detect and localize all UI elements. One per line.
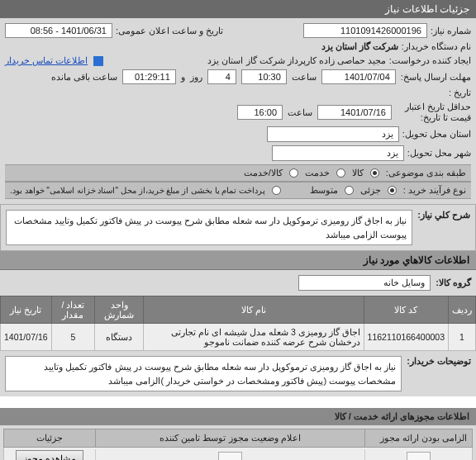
header-title: جزئیات اطلاعات نیاز: [385, 3, 469, 15]
cell-unit: دستگاه: [95, 324, 144, 351]
cat-label: طبقه بندی موضوعی:: [386, 168, 466, 178]
contact-icon: [93, 56, 103, 66]
th-code: کد کالا: [364, 296, 448, 324]
opt-service: خدمت: [305, 168, 330, 178]
send-deadline-label: مهلت ارسال پاسخ:: [401, 72, 471, 83]
desc-label: شرح کلي نیاز:: [412, 210, 470, 245]
min-valid-time: 16:00: [237, 105, 283, 120]
th-idx: ردیف: [449, 296, 476, 324]
pay-note: پرداخت تمام یا بخشی از مبلغ خرید،از محل …: [10, 186, 265, 195]
opt-partial: جزئی: [360, 185, 381, 196]
radio-goods[interactable]: [370, 168, 379, 178]
cell-qty: 5: [51, 324, 95, 351]
announce-value: 1401/06/31 - 08:56: [5, 23, 112, 38]
min-valid-label: حداقل تاریخ اعتبار قیمت تا تاریخ:: [397, 102, 471, 123]
cell-date: 1401/07/16: [1, 324, 52, 351]
history-label: تاریخ :: [449, 88, 471, 98]
radio-goods-service[interactable]: [289, 168, 298, 178]
permit-required-value: --: [407, 452, 431, 461]
permit-required-label: الزامی بودن ارائه مجوز: [364, 429, 472, 447]
goods-section-title: اطلاعات کالاهاي مورد نیاز: [0, 251, 476, 270]
cell-idx: 1: [449, 324, 476, 351]
radio-medium[interactable]: [345, 186, 354, 195]
days-value: 4: [207, 69, 236, 84]
deliver-loc-value: یزد: [267, 126, 399, 142]
deliver-city-label: شهر محل تحویل:: [407, 148, 471, 159]
min-valid-date: 1401/07/16: [317, 105, 392, 120]
buyer-org-value: شرکت گاز استان یزد: [321, 41, 398, 52]
time-label-2: ساعت: [288, 107, 312, 118]
buyer-org-label: نام دستگاه خریدار:: [402, 41, 471, 52]
main-header: جزئیات اطلاعات نیاز: [0, 0, 476, 18]
time-label-1: ساعت: [292, 72, 317, 83]
radio-service[interactable]: [336, 168, 345, 178]
day-label: روز: [190, 72, 202, 83]
opt-goods-service: کالا/خدمت: [244, 168, 283, 178]
cell-code: 1162110166400003: [364, 324, 448, 351]
remain-time: 01:29:11: [122, 69, 176, 84]
buyer-note-text: نیاز به اجاق گاز رومیزی ترموکوپل دار سه …: [5, 356, 402, 391]
opt-goods: کالا: [352, 168, 364, 178]
purchase-type-label: نوع فرآیند خرید :: [403, 185, 466, 196]
opt-medium: متوسط: [310, 185, 338, 196]
cell-name: اجاق گاز رومیزی 3 شعله مدل شیشه ای نام ت…: [144, 324, 364, 351]
contact-link[interactable]: اطلاعات تماس خریدار: [5, 55, 88, 66]
th-date: تاریخ نیاز: [1, 296, 52, 324]
group-value: وسایل خانه: [298, 275, 431, 291]
radio-partial[interactable]: [388, 186, 397, 195]
permit-status-label: اعلام وضعیت مجوز توسط تامین کننده: [95, 429, 364, 447]
table-row: 1 1162110166400003 اجاق گاز رومیزی 3 شعل…: [1, 324, 476, 351]
creator-value: مجید حماصی زاده کارپرداز شرکت گاز استان …: [207, 55, 385, 66]
announce-label: تاریخ و ساعت اعلان عمومی:: [116, 26, 223, 36]
group-label: گروه کالا:: [436, 277, 471, 288]
view-permit-button[interactable]: مشاهده مجوز: [16, 450, 83, 460]
th-name: نام کالا: [144, 296, 364, 324]
send-deadline-date: 1401/07/04: [321, 69, 396, 84]
desc-text: نیاز به اجاق گاز رومیزی ترموکوپل دار سه …: [6, 210, 412, 245]
send-deadline-time: 10:30: [241, 69, 287, 84]
items-table: ردیف کد کالا نام کالا واحد شمارش تعداد /…: [0, 296, 476, 351]
buyer-note-label: توضیحات خریدار:: [402, 356, 471, 391]
radio-paynote[interactable]: [272, 186, 281, 195]
remain-label: ساعت باقی مانده: [51, 72, 117, 83]
permit-status-value: --: [218, 452, 242, 461]
creator-label: ایجاد کننده درخواست:: [389, 55, 471, 66]
permit-details-label: جزئیات: [4, 429, 95, 447]
need-no-label: شماره نیاز:: [431, 26, 471, 36]
and-label: و: [181, 72, 185, 83]
th-qty: تعداد / مقدار: [51, 296, 95, 324]
deliver-city-value: یزد: [272, 145, 404, 161]
footer-title: اطلاعات مجوزهای ارائه خدمت / کالا: [0, 408, 476, 425]
deliver-loc-label: استان محل تحویل:: [402, 129, 471, 140]
need-no-value: 1101091426000196: [303, 23, 427, 38]
th-unit: واحد شمارش: [95, 296, 144, 324]
